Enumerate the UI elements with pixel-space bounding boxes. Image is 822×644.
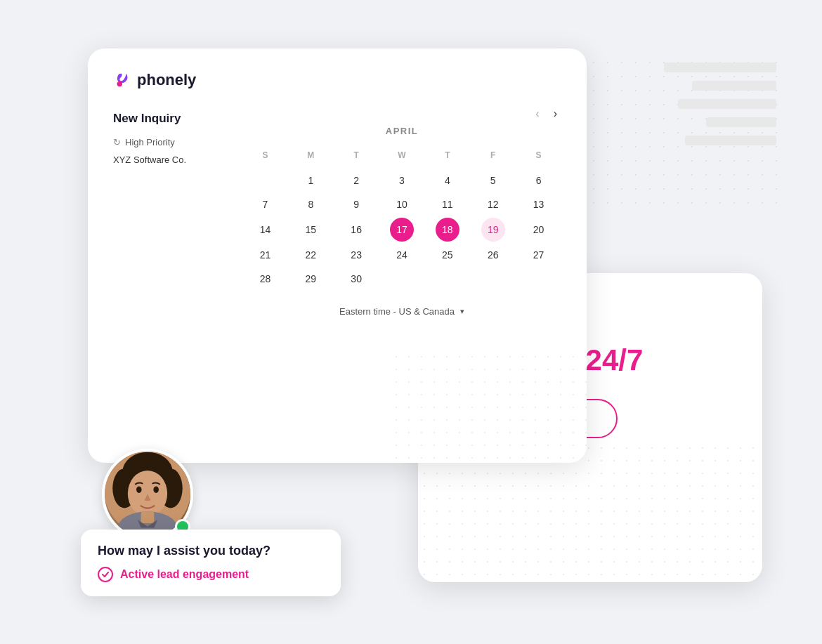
day-header-m: M [288, 147, 334, 167]
bg-bar [664, 63, 776, 72]
dots-decoration [587, 55, 783, 210]
cal-day-empty: 0 [242, 170, 288, 191]
chat-question-text: How may I assist you today? [98, 544, 324, 558]
cal-day-18[interactable]: 18 [424, 218, 470, 242]
day-header-w: W [379, 147, 425, 167]
checkmark-svg [101, 570, 110, 579]
sidebar-info: New Inquiry ↻ High Priority XYZ Software… [113, 106, 226, 317]
refresh-icon: ↻ [113, 137, 121, 147]
cal-day-14[interactable]: 14 [242, 218, 288, 242]
cal-day-2[interactable]: 2 [334, 170, 379, 191]
cal-day-29[interactable]: 29 [288, 268, 334, 289]
scene: phonely New Inquiry ↻ High Priority XYZ … [60, 34, 762, 610]
bg-bar [685, 136, 776, 145]
cal-day-13[interactable]: 13 [516, 194, 561, 215]
cal-day-3[interactable]: 3 [379, 170, 425, 191]
priority-text: High Priority [125, 137, 175, 147]
timezone-text: Eastern time - US & Canada [339, 306, 455, 317]
day-header-s1: S [242, 147, 288, 167]
cal-day-28[interactable]: 28 [242, 268, 288, 289]
chat-status-row: Active lead engagement [98, 567, 324, 582]
logo-text: phonely [137, 71, 196, 89]
cal-day-20[interactable]: 20 [516, 218, 561, 242]
card-dots-bg [390, 350, 587, 463]
timezone-row[interactable]: Eastern time - US & Canada ▾ [242, 306, 561, 317]
calendar-grid: S M T W T F S 0 1 2 3 4 5 6 7 [242, 147, 561, 289]
cal-day-15[interactable]: 15 [288, 218, 334, 242]
cal-day-empty5 [516, 268, 561, 289]
cal-day-26[interactable]: 26 [470, 244, 516, 265]
company-name: XYZ Software Co. [113, 155, 226, 165]
cal-day-4[interactable]: 4 [424, 170, 470, 191]
secondary-card-dots [418, 442, 762, 582]
cal-day-25[interactable]: 25 [424, 244, 470, 265]
cal-day-empty4 [470, 268, 516, 289]
cal-day-empty3 [424, 268, 470, 289]
calendar: ‹ › APRIL S M T W T F S 0 1 2 [242, 106, 561, 317]
day-header-t1: T [334, 147, 379, 167]
cal-day-8[interactable]: 8 [288, 194, 334, 215]
cal-day-11[interactable]: 11 [424, 194, 470, 215]
inquiry-label: New Inquiry [113, 112, 226, 126]
check-circle-icon [98, 567, 113, 582]
cal-day-23[interactable]: 23 [334, 244, 379, 265]
timezone-chevron-icon: ▾ [460, 307, 464, 316]
cal-day-12[interactable]: 12 [470, 194, 516, 215]
cal-day-19[interactable]: 19 [470, 218, 516, 242]
bg-bar [706, 117, 776, 127]
cal-day-empty2 [379, 268, 425, 289]
cal-day-6[interactable]: 6 [516, 170, 561, 191]
cal-day-16[interactable]: 16 [334, 218, 379, 242]
svg-rect-7 [141, 511, 155, 523]
bg-bars [650, 63, 776, 217]
active-engagement-label: Active lead engagement [120, 568, 249, 581]
prev-month-arrow[interactable]: ‹ [531, 106, 543, 121]
cal-day-24[interactable]: 24 [379, 244, 425, 265]
agent-avatar-wrap [102, 449, 193, 540]
cal-day-22[interactable]: 22 [288, 244, 334, 265]
day-header-s2: S [516, 147, 561, 167]
cal-day-30[interactable]: 30 [334, 268, 379, 289]
chat-bubble: How may I assist you today? Active lead … [81, 530, 341, 596]
cal-day-9[interactable]: 9 [334, 194, 379, 215]
cal-day-21[interactable]: 21 [242, 244, 288, 265]
svg-point-9 [136, 486, 142, 492]
cal-day-1[interactable]: 1 [288, 170, 334, 191]
bg-bar [678, 99, 776, 109]
cal-day-7[interactable]: 7 [242, 194, 288, 215]
cal-day-17[interactable]: 17 [379, 218, 425, 242]
bg-bar [692, 81, 776, 91]
priority-row: ↻ High Priority [113, 137, 226, 147]
svg-point-10 [153, 486, 159, 492]
phonely-logo-icon [113, 71, 131, 89]
next-month-arrow[interactable]: › [549, 106, 561, 121]
calendar-month: APRIL [242, 126, 561, 136]
logo: phonely [113, 71, 561, 89]
day-header-t2: T [424, 147, 470, 167]
cal-day-5[interactable]: 5 [470, 170, 516, 191]
cal-day-27[interactable]: 27 [516, 244, 561, 265]
day-header-f: F [470, 147, 516, 167]
svg-point-0 [117, 81, 122, 86]
cal-day-10[interactable]: 10 [379, 194, 425, 215]
calendar-card: phonely New Inquiry ↻ High Priority XYZ … [88, 48, 587, 463]
calendar-nav: ‹ › [242, 106, 561, 121]
